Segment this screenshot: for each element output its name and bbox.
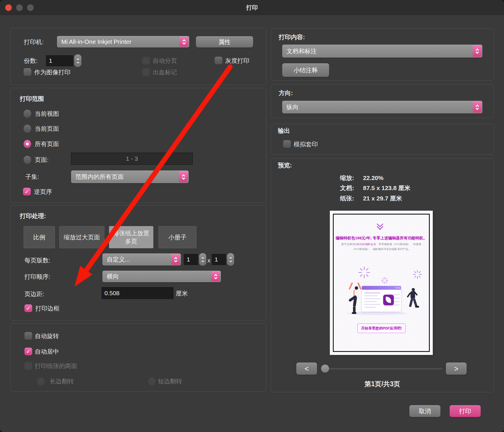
- pages-radio[interactable]: [24, 156, 31, 164]
- dropdown-arrows-icon: [171, 254, 180, 265]
- auto-center-checkbox[interactable]: ✓: [24, 348, 32, 355]
- current-view-label: 当前视图: [35, 110, 59, 118]
- print-dialog: 打印 打印机: Mi All-in-One Inkjet Printer 属性 …: [0, 0, 504, 432]
- pages-per-sheet-select[interactable]: 自定义...: [102, 253, 181, 266]
- preview-body-line2: （PC/移动端）、福昕翻译等多款福昕系列产品。: [333, 247, 430, 251]
- duplex-checkbox: [24, 362, 32, 370]
- printer-label: 打印机:: [24, 37, 44, 48]
- nup-columns-stepper[interactable]: [199, 253, 206, 266]
- duplex-label: 打印纸张的两面: [35, 362, 77, 370]
- preview-page: 编辑特权包198元/年, 专享上述编辑器所有功能特权。 更可以购买238元的福昕…: [330, 211, 433, 355]
- nup-times-label: x: [207, 256, 211, 264]
- auto-collate-label: 自动分页: [153, 57, 177, 65]
- auto-center-label: 自动居中: [35, 348, 59, 355]
- orientation-title: 方向:: [279, 89, 293, 97]
- print-order-select[interactable]: 横向: [102, 271, 221, 282]
- flip-short-edge-label: 短边翻转: [158, 377, 182, 385]
- grayscale-label: 灰度打印: [225, 57, 249, 65]
- copies-input[interactable]: 1: [46, 55, 73, 66]
- orientation-value: 纵向: [287, 103, 299, 111]
- person-illustration-left: [346, 282, 362, 314]
- properties-button[interactable]: 属性: [196, 36, 253, 48]
- preview-body-line1: 更可以购买238元的福昕会员，尊享编辑器（PC/移动端）、转换器: [333, 242, 430, 246]
- preview-zoom-label: 缩放:: [340, 174, 354, 182]
- tab-shrink-oversized[interactable]: 缩放过大页面: [59, 226, 104, 248]
- auto-collate-checkbox: [142, 57, 150, 65]
- preview-paper-value: 21 x 29.7 厘米: [363, 195, 402, 202]
- quill-icon: [385, 297, 392, 303]
- person-illustration-right: [408, 286, 423, 312]
- preview-title: 预览:: [278, 162, 292, 169]
- preview-paper-label: 纸张:: [340, 195, 354, 202]
- subset-label: 子集:: [25, 173, 39, 181]
- summarize-comments-button[interactable]: 小结注释: [282, 63, 329, 77]
- output-title: 输出: [278, 127, 290, 134]
- cancel-button[interactable]: 取消: [409, 405, 440, 417]
- print-content-select[interactable]: 文档和标注: [282, 45, 482, 58]
- print-as-image-checkbox[interactable]: [24, 68, 31, 76]
- output-group: [271, 124, 494, 155]
- copies-label: 份数:: [24, 55, 38, 66]
- window-title: 打印: [0, 0, 504, 15]
- nup-rows-input[interactable]: 1: [212, 254, 226, 265]
- browser-window-illustration: [362, 286, 401, 312]
- firework-icon: [381, 277, 388, 284]
- tab-scale[interactable]: 比例: [24, 226, 55, 248]
- current-view-radio[interactable]: [24, 110, 31, 118]
- orientation-select[interactable]: 纵向: [282, 101, 482, 113]
- print-border-checkbox[interactable]: ✓: [24, 304, 32, 312]
- printer-select[interactable]: Mi All-in-One Inkjet Printer: [57, 36, 189, 48]
- dropdown-arrows-icon: [180, 37, 188, 47]
- current-page-radio[interactable]: [24, 125, 31, 133]
- bleed-marks-checkbox: [142, 68, 150, 76]
- pages-label: 页面:: [35, 156, 49, 164]
- preview-cta-button: 开始享受您的PDF应用吧!: [357, 323, 406, 333]
- auto-rotate-label: 自动旋转: [35, 332, 59, 340]
- all-pages-label: 所有页面: [35, 140, 59, 148]
- pdf-app-icon: [383, 295, 394, 305]
- double-chevron-down-icon: [377, 222, 383, 228]
- page-margin-label: 页边距:: [24, 290, 44, 298]
- current-page-label: 当前页面: [35, 125, 59, 133]
- page-margin-input[interactable]: 0.508: [102, 287, 173, 299]
- firework-icon: [358, 266, 370, 278]
- dropdown-arrows-icon: [473, 102, 482, 113]
- flip-long-edge-label: 长边翻转: [50, 377, 74, 385]
- grayscale-checkbox[interactable]: [215, 57, 222, 65]
- printer-select-value: Mi All-in-One Inkjet Printer: [61, 38, 131, 45]
- page-info: 第1页/共3页: [271, 380, 494, 388]
- nup-rows-stepper[interactable]: [227, 253, 234, 266]
- all-pages-radio[interactable]: [24, 140, 31, 148]
- prev-page-button[interactable]: <: [296, 363, 317, 375]
- preview-doc-value: 87.5 x 123.8 厘米: [363, 184, 411, 192]
- print-order-value: 横向: [107, 272, 119, 281]
- print-as-image-label: 作为图像打印: [34, 68, 70, 76]
- print-button[interactable]: 打印: [450, 405, 481, 417]
- page-slider-knob[interactable]: [321, 365, 329, 373]
- preview-headline: 编辑特权包198元/年, 专享上述编辑器所有功能特权。: [333, 236, 429, 241]
- pages-per-sheet-value: 自定义...: [107, 255, 130, 264]
- reverse-pages-checkbox[interactable]: ✓: [23, 188, 31, 196]
- dropdown-arrows-icon: [179, 171, 188, 182]
- page-margin-unit: 厘米: [176, 289, 188, 297]
- preview-zoom-value: 22.20%: [363, 174, 383, 182]
- subset-select[interactable]: 范围内的所有页面: [71, 170, 189, 183]
- titlebar: 打印: [0, 0, 504, 15]
- reverse-pages-label: 逆页序: [34, 188, 52, 196]
- print-content-value: 文档和标注: [287, 47, 317, 55]
- copies-stepper[interactable]: [74, 54, 81, 67]
- simulate-overprint-checkbox[interactable]: [283, 140, 291, 148]
- auto-rotate-checkbox[interactable]: [24, 332, 32, 340]
- tab-multiple-per-sheet[interactable]: 每张纸上放置多页: [109, 226, 153, 248]
- pages-per-sheet-label: 每页版数:: [24, 256, 50, 264]
- page-slider-track[interactable]: [326, 368, 442, 370]
- print-border-label: 打印边框: [35, 304, 60, 312]
- tab-booklet[interactable]: 小册子: [159, 226, 196, 248]
- bleed-marks-label: 出血标记: [153, 68, 177, 76]
- print-range-title: 打印范围: [20, 95, 44, 103]
- flip-long-edge-radio: [37, 377, 45, 385]
- nup-columns-input[interactable]: 1: [184, 254, 198, 265]
- pages-range-input[interactable]: 1 - 3: [71, 153, 193, 165]
- next-page-button[interactable]: >: [446, 363, 467, 375]
- simulate-overprint-label: 模拟套印: [294, 140, 318, 148]
